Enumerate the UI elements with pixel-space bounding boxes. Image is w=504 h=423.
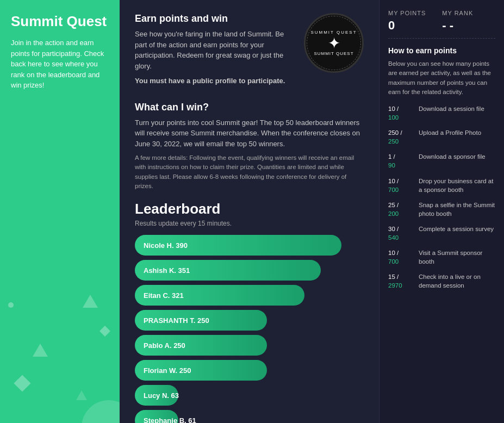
activity-name: Upload a Profile Photo <box>419 128 481 137</box>
earn-heading: Earn points and win <box>135 13 293 24</box>
leaderboard-bar: PRASHANTH T. 250 <box>135 310 267 331</box>
earn-points-desc: Below you can see how many points are ea… <box>388 59 495 97</box>
my-points-label: MY POINTS <box>388 10 426 16</box>
leaderboard-entry-text: Stephanie B. 61 <box>144 416 196 424</box>
leaderboard-update-note: Results update every 15 minutes. <box>135 220 364 227</box>
pts-earned: 10 / <box>388 177 414 185</box>
points-row: MY POINTS 0 MY RANK - - <box>388 10 495 33</box>
leaderboard-bar: Lucy N. 63 <box>135 385 178 406</box>
deco-triangle-1 <box>33 344 48 357</box>
activity-pts: 15 /2970 <box>388 272 414 290</box>
activity-rows: 10 /100Download a session file250 /250Up… <box>388 104 495 290</box>
sidebar: Summit Quest Join in the action and earn… <box>0 0 120 423</box>
activity-row: 10 /700Drop your business card at a spon… <box>388 177 495 194</box>
win-section: What can I win? Turn your points into co… <box>135 102 364 191</box>
win-heading: What can I win? <box>135 102 364 113</box>
pts-max: 700 <box>388 257 414 266</box>
pts-max: 700 <box>388 185 414 194</box>
leaderboard-section: Leaderboard Results update every 15 minu… <box>135 201 364 423</box>
leaderboard-bar: Nicole H. 390 <box>135 235 341 256</box>
deco-triangle-3 <box>76 390 87 400</box>
leaderboard-bar: Ashish K. 351 <box>135 260 321 281</box>
sidebar-decoration <box>0 308 120 423</box>
leaderboard-row: Nicole H. 390 <box>135 235 364 256</box>
pts-max: 100 <box>388 113 414 122</box>
deco-triangle-2 <box>83 295 98 308</box>
win-para2: A few more details: Following the event,… <box>135 153 364 191</box>
deco-diamond-1 <box>14 375 30 391</box>
deco-dot-2 <box>8 302 14 308</box>
my-rank-block: MY RANK - - <box>442 10 473 33</box>
activity-name: Drop your business card at a sponsor boo… <box>419 177 495 194</box>
leaderboard-rows: Nicole H. 390Ashish K. 351Eitan C. 321PR… <box>135 235 364 423</box>
deco-diamond-2 <box>99 326 110 337</box>
activity-row: 10 /700Visit a Summit sponsor booth <box>388 248 495 266</box>
leaderboard-heading: Leaderboard <box>135 201 364 217</box>
pts-max: 200 <box>388 209 414 218</box>
leaderboard-entry-text: Ashish K. 351 <box>144 266 190 275</box>
activity-pts: 250 /250 <box>388 128 414 146</box>
activity-row: 1 /90Download a sponsor file <box>388 152 495 170</box>
leaderboard-entry-text: Nicole H. 390 <box>144 241 188 250</box>
deco-circle-medium <box>82 400 120 423</box>
activity-pts: 1 /90 <box>388 152 414 170</box>
sidebar-title: Summit Quest <box>11 13 109 30</box>
activity-name: Visit a Summit sponsor booth <box>419 248 495 266</box>
activity-row: 15 /2970Check into a live or on demand s… <box>388 272 495 290</box>
pts-earned: 250 / <box>388 128 414 137</box>
leaderboard-entry-text: Eitan C. 321 <box>144 291 184 300</box>
leaderboard-row: Ashish K. 351 <box>135 260 364 281</box>
earn-text: Earn points and win See how you're farin… <box>135 13 293 91</box>
pts-max: 250 <box>388 137 414 146</box>
pts-max: 2970 <box>388 281 414 290</box>
pts-earned: 30 / <box>388 225 414 233</box>
activity-pts: 10 /700 <box>388 248 414 266</box>
my-rank-label: MY RANK <box>442 10 473 16</box>
leaderboard-entry-text: Pablo A. 250 <box>144 341 185 350</box>
pts-max: 540 <box>388 233 414 242</box>
sidebar-description: Join in the action and earn points for p… <box>11 38 109 91</box>
main-content: Earn points and win See how you're farin… <box>120 0 379 423</box>
leaderboard-entry-text: PRASHANTH T. 250 <box>144 316 209 325</box>
my-points-value: 0 <box>388 18 426 33</box>
pts-earned: 10 / <box>388 248 414 257</box>
logo-border <box>307 16 361 70</box>
activity-name: Download a session file <box>419 104 484 113</box>
leaderboard-bar: Eitan C. 321 <box>135 285 304 306</box>
activity-pts: 25 /200 <box>388 201 414 218</box>
leaderboard-row: Stephanie B. 61 <box>135 410 364 423</box>
summit-quest-logo: SUMMIT QUEST ✦ SUMMIT QUEST <box>304 13 364 73</box>
pts-earned: 25 / <box>388 201 414 209</box>
leaderboard-entry-text: Florian W. 250 <box>144 366 191 375</box>
pts-earned: 15 / <box>388 272 414 281</box>
leaderboard-row: Pablo A. 250 <box>135 335 364 356</box>
leaderboard-bar: Pablo A. 250 <box>135 335 267 356</box>
pts-max: 90 <box>388 161 414 170</box>
leaderboard-bar: Stephanie B. 61 <box>135 410 178 423</box>
earn-points-title: How to earn points <box>388 46 495 55</box>
leaderboard-bar: Florian W. 250 <box>135 360 267 381</box>
activity-row: 30 /540Complete a session survey <box>388 225 495 242</box>
my-points-block: MY POINTS 0 <box>388 10 426 33</box>
leaderboard-entry-text: Lucy N. 63 <box>144 391 179 400</box>
activity-row: 10 /100Download a session file <box>388 104 495 122</box>
activity-row: 25 /200Snap a selfie in the Summit photo… <box>388 201 495 218</box>
divider <box>388 38 495 39</box>
earn-section: Earn points and win See how you're farin… <box>135 13 364 91</box>
earn-para2: You must have a public profile to partic… <box>135 76 293 86</box>
win-para1: Turn your points into cool Summit gear! … <box>135 117 364 150</box>
leaderboard-row: Lucy N. 63 <box>135 385 364 406</box>
activity-pts: 30 /540 <box>388 225 414 242</box>
leaderboard-row: Eitan C. 321 <box>135 285 364 306</box>
right-panel: MY POINTS 0 MY RANK - - How to earn poin… <box>379 0 504 423</box>
pts-earned: 1 / <box>388 152 414 161</box>
earn-para1: See how you're faring in the land of Sum… <box>135 29 293 71</box>
pts-earned: 10 / <box>388 104 414 113</box>
leaderboard-row: Florian W. 250 <box>135 360 364 381</box>
activity-name: Complete a session survey <box>419 225 494 233</box>
leaderboard-row: PRASHANTH T. 250 <box>135 310 364 331</box>
activity-name: Check into a live or on demand session <box>419 272 495 290</box>
activity-name: Download a sponsor file <box>419 152 486 161</box>
activity-pts: 10 /100 <box>388 104 414 122</box>
activity-pts: 10 /700 <box>388 177 414 194</box>
